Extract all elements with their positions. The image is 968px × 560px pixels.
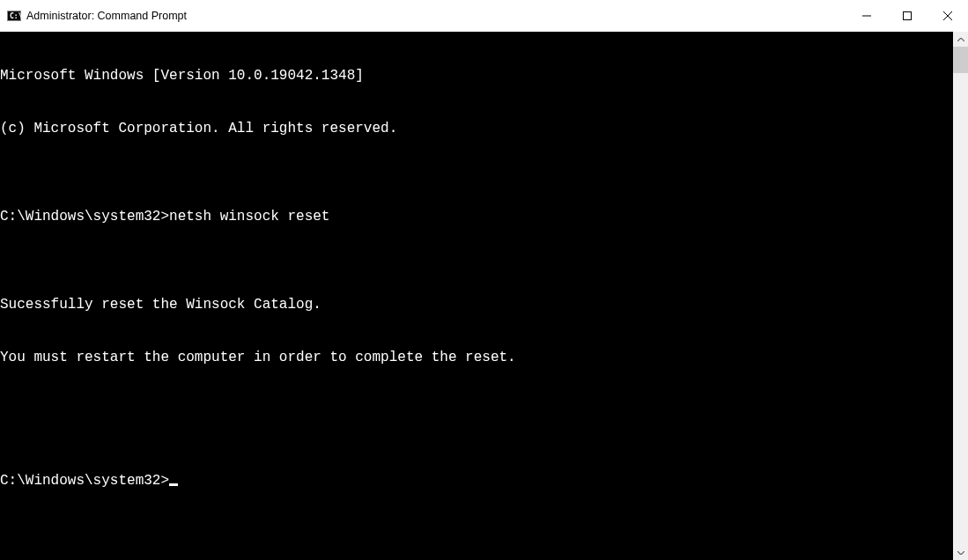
cursor	[169, 483, 178, 486]
window-title: Administrator: Command Prompt	[26, 10, 846, 22]
terminal-prompt-line: C:\Windows\system32>	[0, 472, 953, 490]
scroll-up-button[interactable]	[953, 32, 968, 47]
terminal[interactable]: Microsoft Windows [Version 10.0.19042.13…	[0, 32, 953, 560]
window: C:\ Administrator: Command Prompt Micros…	[0, 0, 968, 560]
terminal-line: C:\Windows\system32>netsh winsock reset	[0, 208, 953, 225]
vertical-scrollbar[interactable]	[953, 32, 968, 560]
terminal-line: (c) Microsoft Corporation. All rights re…	[0, 120, 953, 137]
terminal-line: Sucessfully reset the Winsock Catalog.	[0, 296, 953, 313]
scroll-thumb[interactable]	[953, 47, 968, 73]
cmd-icon: C:\	[7, 9, 21, 23]
svg-rect-3	[904, 12, 912, 20]
titlebar[interactable]: C:\ Administrator: Command Prompt	[0, 0, 968, 32]
terminal-line: You must restart the computer in order t…	[0, 349, 953, 366]
window-controls	[846, 0, 968, 32]
close-button[interactable]	[927, 0, 968, 32]
chevron-down-icon	[957, 549, 964, 556]
svg-text:C:\: C:\	[10, 12, 21, 20]
scroll-track[interactable]	[953, 47, 968, 545]
content-area: Microsoft Windows [Version 10.0.19042.13…	[0, 32, 968, 560]
chevron-up-icon	[957, 35, 964, 43]
prompt-text: C:\Windows\system32>	[0, 473, 169, 489]
minimize-button[interactable]	[846, 0, 887, 32]
terminal-line: Microsoft Windows [Version 10.0.19042.13…	[0, 67, 953, 85]
scroll-down-button[interactable]	[953, 545, 968, 560]
maximize-button[interactable]	[887, 0, 927, 32]
